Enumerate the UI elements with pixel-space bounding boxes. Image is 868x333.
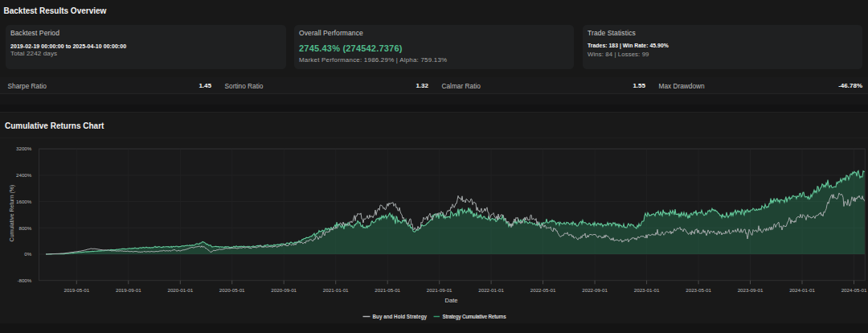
svg-text:1600%: 1600% xyxy=(16,199,32,204)
svg-text:Buy and Hold Strategy: Buy and Hold Strategy xyxy=(373,314,428,320)
svg-text:2021-05-01: 2021-05-01 xyxy=(375,287,400,293)
svg-text:2020-09-01: 2020-09-01 xyxy=(271,287,297,293)
svg-text:Cumulative Return (%): Cumulative Return (%) xyxy=(9,185,15,242)
svg-text:-800%: -800% xyxy=(17,278,31,283)
svg-text:800%: 800% xyxy=(18,225,31,231)
svg-text:2022-01-01: 2022-01-01 xyxy=(478,287,504,293)
svg-text:2021-09-01: 2021-09-01 xyxy=(427,287,452,293)
svg-text:3200%: 3200% xyxy=(16,146,32,151)
svg-text:2022-09-01: 2022-09-01 xyxy=(582,287,608,293)
svg-text:2019-05-01: 2019-05-01 xyxy=(63,287,89,293)
svg-text:2020-05-01: 2020-05-01 xyxy=(219,287,245,293)
svg-text:2020-01-01: 2020-01-01 xyxy=(167,287,193,293)
svg-text:2023-05-01: 2023-05-01 xyxy=(686,287,711,293)
svg-text:Date: Date xyxy=(444,297,457,304)
svg-text:Strategy Cumulative Returns: Strategy Cumulative Returns xyxy=(443,314,507,320)
svg-text:0%: 0% xyxy=(24,251,31,257)
svg-text:2022-05-01: 2022-05-01 xyxy=(530,287,556,293)
svg-text:2024-01-01: 2024-01-01 xyxy=(789,287,815,293)
svg-text:2023-01-01: 2023-01-01 xyxy=(634,287,660,293)
svg-text:2019-09-01: 2019-09-01 xyxy=(116,287,141,293)
svg-text:2024-05-01: 2024-05-01 xyxy=(841,287,867,293)
svg-text:2400%: 2400% xyxy=(16,172,32,178)
svg-text:2021-01-01: 2021-01-01 xyxy=(323,287,349,293)
svg-text:2023-09-01: 2023-09-01 xyxy=(738,287,764,293)
